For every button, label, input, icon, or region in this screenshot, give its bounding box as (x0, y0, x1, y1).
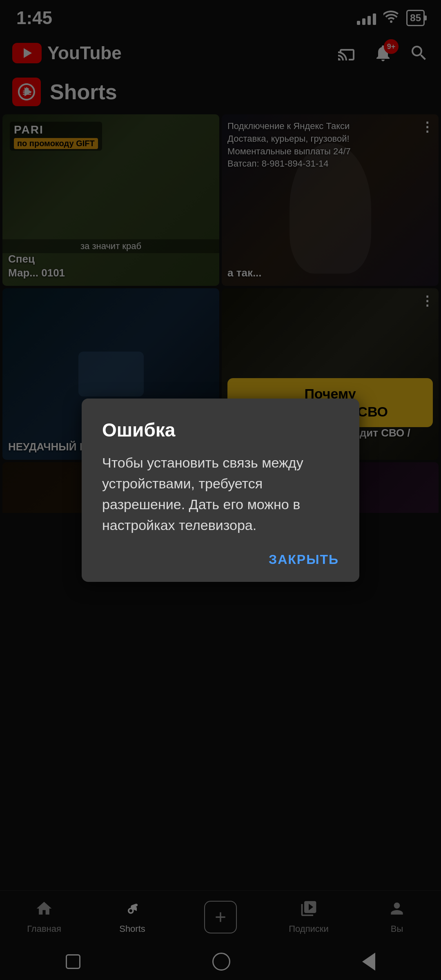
dialog-title: Ошибка (102, 419, 339, 441)
dialog-body: Чтобы установить связь между устройствам… (102, 452, 339, 536)
dialog-actions: ЗАКРЫТЬ (102, 552, 339, 567)
dialog-overlay: Ошибка Чтобы установить связь между устр… (0, 0, 441, 980)
error-dialog: Ошибка Чтобы установить связь между устр… (82, 399, 359, 582)
dialog-close-button[interactable]: ЗАКРЫТЬ (269, 552, 339, 567)
